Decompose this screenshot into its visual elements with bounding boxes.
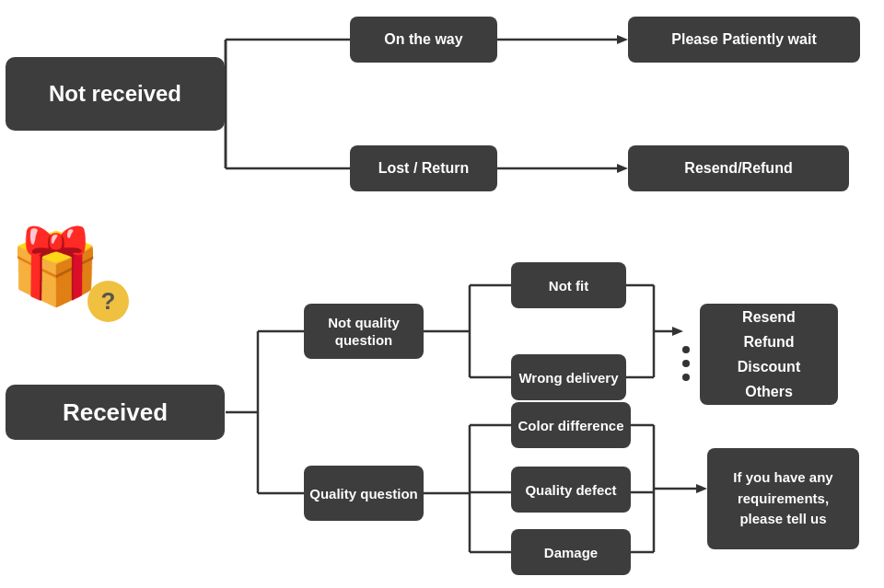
gift-icon: 🎁 bbox=[9, 230, 101, 304]
resend-refund-top-node: Resend/Refund bbox=[628, 145, 849, 191]
lost-return-node: Lost / Return bbox=[350, 145, 497, 191]
not-quality-question-node: Not quality question bbox=[304, 304, 424, 359]
svg-point-34 bbox=[682, 374, 690, 381]
not-received-node: Not received bbox=[6, 57, 225, 131]
damage-node: Damage bbox=[511, 529, 631, 575]
diagram: 🎁 ? Not received On the way Please Patie… bbox=[0, 0, 884, 588]
question-badge: ? bbox=[87, 281, 129, 322]
please-wait-node: Please Patiently wait bbox=[628, 17, 860, 63]
svg-marker-6 bbox=[617, 35, 628, 44]
wrong-delivery-node: Wrong delivery bbox=[511, 354, 626, 400]
color-difference-node: Color difference bbox=[511, 402, 631, 448]
svg-marker-36 bbox=[696, 484, 707, 493]
quality-question-node: Quality question bbox=[304, 466, 424, 521]
svg-point-32 bbox=[682, 346, 690, 353]
svg-marker-8 bbox=[617, 164, 628, 173]
received-node: Received bbox=[6, 385, 225, 440]
on-the-way-node: On the way bbox=[350, 17, 497, 63]
resend-refund-discount-node: Resend Refund Discount Others bbox=[700, 304, 838, 405]
requirements-node: If you have any requirements, please tel… bbox=[707, 448, 859, 549]
quality-defect-node: Quality defect bbox=[511, 467, 631, 513]
svg-point-33 bbox=[682, 360, 690, 367]
svg-marker-31 bbox=[672, 327, 683, 336]
not-fit-node: Not fit bbox=[511, 262, 626, 308]
